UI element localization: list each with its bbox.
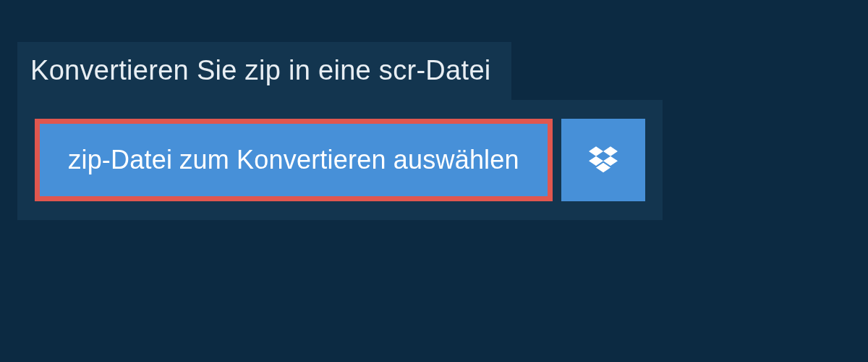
page-title: Konvertieren Sie zip in eine scr-Datei (30, 55, 491, 85)
dropbox-button[interactable] (561, 119, 645, 201)
select-file-button[interactable]: zip-Datei zum Konvertieren auswählen (35, 119, 553, 201)
select-file-label: zip-Datei zum Konvertieren auswählen (68, 145, 519, 175)
page-title-bar: Konvertieren Sie zip in eine scr-Datei (17, 42, 511, 101)
upload-area: zip-Datei zum Konvertieren auswählen (17, 100, 663, 220)
dropbox-icon (589, 144, 618, 176)
